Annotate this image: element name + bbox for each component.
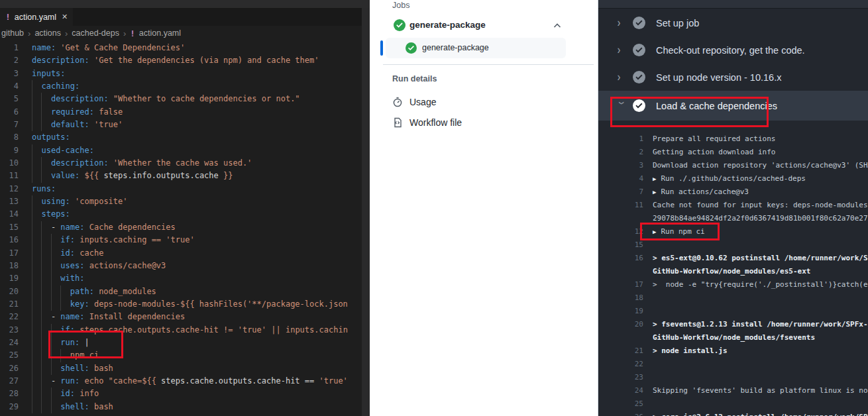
log-output: 1Prepare all required actions2Getting ac… <box>598 132 868 416</box>
breadcrumb-item[interactable]: cached-deps <box>72 28 119 38</box>
tab-action-yaml[interactable]: ! action.yaml ✕ <box>0 8 73 26</box>
play-icon[interactable]: ▶ <box>653 176 656 182</box>
log-line-number[interactable]: 16 <box>598 252 643 265</box>
code-text: required: false <box>32 106 123 119</box>
breadcrumb-item[interactable]: github <box>1 28 24 38</box>
code-text: path: node_modules <box>32 286 156 298</box>
close-tab-icon[interactable]: ✕ <box>62 13 68 21</box>
workflow-step[interactable]: ❯Set up job <box>598 9 868 36</box>
log-line: 21> node install.js <box>598 344 868 358</box>
log-line-number[interactable]: 3 <box>598 159 643 172</box>
log-line-number[interactable]: 22 <box>598 358 643 371</box>
log-line-number[interactable]: 20 <box>598 318 643 331</box>
log-line: 11Cache not found for input keys: deps-n… <box>598 199 868 212</box>
workflow-step[interactable]: ❯Set up node version - 10.16.x <box>598 64 868 91</box>
log-line-number[interactable]: 7 <box>598 185 643 199</box>
vscode-title-strip <box>0 0 370 8</box>
code-text: description: 'Whether the cache was used… <box>32 157 252 170</box>
log-line-number[interactable]: 26 <box>598 411 643 416</box>
log-line-number[interactable]: 2 <box>598 146 643 159</box>
success-check-icon <box>406 42 417 54</box>
play-icon[interactable]: ▶ <box>653 229 656 235</box>
code-editor[interactable]: 1name: 'Get & Cache Dependencies'2descri… <box>0 42 362 416</box>
log-line-number[interactable]: 18 <box>598 291 643 305</box>
code-text: runs: <box>32 183 56 195</box>
log-text: 29078b84ae94824df2a2f0d6367419d81b001f80… <box>653 212 868 225</box>
code-text: description: 'Get the dependencies (via … <box>32 54 319 67</box>
job-generate-package[interactable]: generate-package <box>370 17 598 34</box>
log-line-number[interactable]: 19 <box>598 305 643 318</box>
code-line: 12runs: <box>0 183 362 195</box>
log-line-number[interactable]: 1 <box>598 132 643 146</box>
vscode-editor-panel: ! action.yaml ✕ github›actions›cached-de… <box>0 0 370 416</box>
breadcrumb-item[interactable]: actions <box>34 28 61 38</box>
log-text: ▶Run ./.github/actions/cached-deps <box>653 172 806 185</box>
code-line: 21 key: deps-node-modules-${{ hashFiles(… <box>0 298 362 311</box>
log-line: 4▶Run ./.github/actions/cached-deps <box>598 172 868 185</box>
log-line-number[interactable]: 17 <box>598 278 643 291</box>
code-line: 4 caching: <box>0 80 362 93</box>
log-line: 19 <box>598 305 868 318</box>
log-line: 23 <box>598 371 868 384</box>
chevron-up-icon[interactable] <box>553 21 562 30</box>
code-text: caching: <box>32 80 80 93</box>
jobs-sidebar: Jobs generate-package generate-package R… <box>370 0 598 416</box>
code-text: with: <box>32 272 84 285</box>
line-number: 19 <box>0 272 19 285</box>
chevron-right-icon[interactable]: ❯ <box>617 46 626 54</box>
code-line: 17 id: cache <box>0 247 362 260</box>
log-line-number[interactable]: 24 <box>598 384 643 397</box>
stopwatch-icon <box>392 97 403 107</box>
screenshot-root: ! action.yaml ✕ github›actions›cached-de… <box>0 0 868 416</box>
log-line-number[interactable]: 25 <box>598 397 643 411</box>
line-number: 4 <box>0 80 19 93</box>
log-line-number[interactable]: 4 <box>598 172 643 185</box>
code-line: 7 default: 'true' <box>0 119 362 131</box>
divider <box>383 64 594 65</box>
code-line: 6 required: false <box>0 106 362 119</box>
run-details-workflow-file[interactable]: Workflow file <box>392 116 462 129</box>
code-line: 23 if: steps.cache.outputs.cache-hit != … <box>0 324 362 337</box>
log-line: 15 <box>598 238 868 252</box>
line-number: 16 <box>0 234 19 246</box>
log-line: 24Skipping 'fsevents' build as platform … <box>598 384 868 397</box>
code-text: if: inputs.caching == 'true' <box>32 234 195 246</box>
breadcrumb-separator-icon: › <box>28 28 30 38</box>
workflow-step[interactable]: ❯Load & cache dependencies <box>598 91 868 121</box>
log-line: 3Download action repository 'actions/cac… <box>598 159 868 172</box>
workflow-step[interactable]: ❯Check-out repository, get the code. <box>598 36 868 64</box>
play-icon[interactable]: ▶ <box>653 189 656 195</box>
tab-title: action.yaml <box>15 13 56 22</box>
log-line: 25 <box>598 397 868 411</box>
log-line-number[interactable]: 23 <box>598 371 643 384</box>
workflow-file-label: Workflow file <box>409 117 462 128</box>
code-line: 9 used-cache: <box>0 144 362 157</box>
step-label: Load & cache dependencies <box>656 101 777 111</box>
line-number: 30 <box>0 413 19 416</box>
log-line: 22 <box>598 358 868 371</box>
log-line-number[interactable]: 12 <box>598 225 643 238</box>
code-line: 15 - name: Cache dependencies <box>0 221 362 234</box>
chevron-right-icon[interactable]: ❯ <box>617 74 626 81</box>
yaml-file-icon: ! <box>130 28 135 38</box>
log-line-number[interactable]: 15 <box>598 238 643 252</box>
breadcrumb-separator-icon: › <box>123 28 126 38</box>
success-check-icon <box>394 19 406 31</box>
chevron-right-icon[interactable]: ❯ <box>617 19 626 26</box>
chevron-down-icon[interactable]: ❯ <box>618 101 625 111</box>
code-line: 3inputs: <box>0 68 362 80</box>
line-number: 20 <box>0 286 19 298</box>
code-line: 28 id: info <box>0 388 362 400</box>
line-number: 22 <box>0 311 19 323</box>
code-line: 1name: 'Get & Cache Dependencies' <box>0 42 362 54</box>
breadcrumb-file[interactable]: action.yaml <box>139 28 181 38</box>
line-number: 5 <box>0 93 19 105</box>
run-details-usage[interactable]: Usage <box>392 95 436 109</box>
code-text: shell: bash <box>32 401 113 413</box>
code-line: 8outputs: <box>0 131 362 144</box>
editor-scrollbar[interactable] <box>362 8 370 416</box>
log-line-number[interactable]: 21 <box>598 344 643 358</box>
job-step-generate-package[interactable]: generate-package <box>386 38 566 58</box>
code-text: uses: actions/cache@v3 <box>32 260 166 272</box>
log-line-number[interactable]: 11 <box>598 199 643 212</box>
